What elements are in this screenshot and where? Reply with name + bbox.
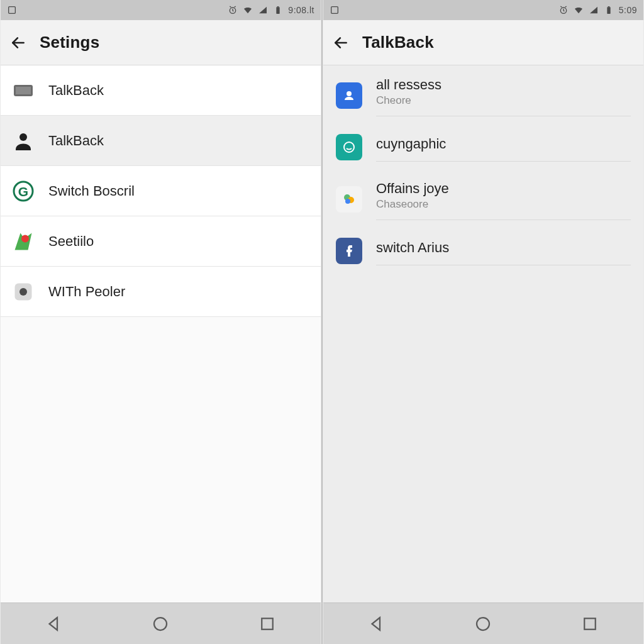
page-title: TalkBack [362,33,434,52]
empty-content-area [1,317,321,602]
svg-point-12 [19,288,27,296]
svg-point-23 [345,199,350,204]
phone-left: 9:08.lt Setings TalkBack [0,0,321,644]
gear-box-icon [12,280,35,303]
svg-point-24 [477,618,489,630]
nav-recents-button[interactable] [253,610,281,638]
nav-back-button[interactable] [40,610,68,638]
back-button[interactable] [9,34,27,52]
status-bar: 9:08.lt [1,0,321,20]
nav-back-button[interactable] [363,610,391,638]
list-item-all-ressess[interactable]: all ressess Cheore [323,68,643,123]
list-item-label: switch Arius [376,240,631,256]
status-notification-icon [7,5,17,15]
svg-point-13 [154,618,167,630]
svg-rect-2 [277,7,280,14]
list-item-label: Switch Boscril [48,183,309,199]
dual-screenshot-stage: 9:08.lt Setings TalkBack [0,0,644,644]
svg-point-6 [19,133,27,141]
keyboard-icon [12,79,35,102]
list-item-talkback-1[interactable]: TalkBack [1,65,321,116]
svg-rect-0 [9,7,16,14]
list-item-label: cuyngaphic [376,136,631,152]
status-bar: 5:09 [323,0,643,20]
svg-rect-17 [607,7,610,14]
signal-icon [589,5,599,15]
alarm-icon [558,5,569,15]
list-item-seetilo[interactable]: Seetiilo [1,216,321,267]
battery-icon [604,5,614,15]
person-icon [12,130,35,152]
svg-rect-3 [277,6,279,7]
maps-pin-icon [12,230,35,253]
nav-recents-button[interactable] [576,610,604,638]
list-item-sublabel: Cheore [376,94,631,107]
svg-rect-14 [262,618,273,630]
app-facebook-icon [336,238,362,264]
list-item-label: TalkBack [48,82,309,99]
status-notification-icon [330,5,340,15]
app-bar: TalkBack [323,20,643,65]
svg-rect-25 [584,618,596,630]
list-item-label: TalkBack [48,133,309,149]
list-item-label: Seetiilo [48,233,309,250]
svg-point-19 [347,91,352,96]
google-g-icon: G [12,180,35,203]
svg-rect-15 [331,7,338,14]
list-item-sublabel: Chaseoore [376,198,631,211]
list-item-offains-joye[interactable]: Offains joye Chaseoore [323,172,643,226]
svg-point-10 [21,235,29,242]
wifi-icon [574,5,584,15]
app-colorful-icon [336,186,362,213]
system-nav-bar [1,602,321,644]
alarm-icon [228,5,238,15]
svg-rect-18 [608,6,609,7]
list-item-switch[interactable]: G Switch Boscril [1,166,321,216]
app-bar: Setings [1,20,321,65]
nav-home-button[interactable] [469,610,497,638]
battery-icon [273,5,283,15]
settings-list: TalkBack TalkBack G Switch Boscril [1,65,321,317]
list-item-switch-arius[interactable]: switch Arius [323,226,643,275]
status-time: 9:08.lt [288,5,314,15]
system-nav-bar [323,602,643,644]
list-item-label: all ressess [376,77,631,93]
signal-icon [258,5,268,15]
list-item-label: Offains joye [376,180,631,197]
app-person-pin-icon [336,82,362,109]
back-button[interactable] [332,34,350,52]
wifi-icon [243,5,253,15]
nav-home-button[interactable] [147,610,174,638]
list-item-label: WITh Peoler [48,284,309,300]
svg-rect-5 [16,87,31,94]
list-item-cuyngaphic[interactable]: cuyngaphic [323,123,643,172]
list-item-with-peoler[interactable]: WITh Peoler [1,267,321,317]
phone-right: 5:09 TalkBack all ressess Cheore [323,0,644,644]
page-title: Setings [40,33,99,52]
list-item-talkback-2[interactable]: TalkBack [1,116,321,166]
status-time: 5:09 [619,5,637,15]
svg-point-20 [344,142,354,152]
svg-text:G: G [18,184,28,198]
talkback-list: all ressess Cheore cuyngaphic Offains jo… [323,65,643,602]
app-chat-icon [336,134,362,160]
